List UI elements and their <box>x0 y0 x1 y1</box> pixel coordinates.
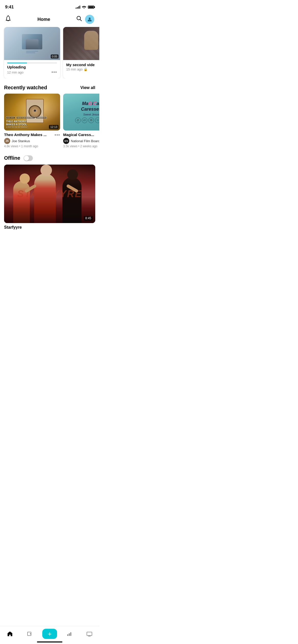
magical-author-row: NFB National Film Board <box>63 138 99 144</box>
theo-film-title: THEO ANTHONYMAKES A STOOL <box>6 120 47 126</box>
award-winner: WINNER <box>88 118 94 123</box>
lock-icon: 🔒 <box>84 67 88 71</box>
theo-badge-docnyc: DOC NYC <box>6 116 15 119</box>
joe-avatar: JS <box>4 138 10 144</box>
theo-film-subtitle: a short film by Joe Stankus <box>6 126 47 128</box>
my-videos-scroll: 0:05 Uploading 12 min ago ••• My second … <box>0 27 99 79</box>
recently-watched-title: Recently watched <box>4 85 47 91</box>
offline-toggle-knob <box>24 156 29 161</box>
video-card-info-uploading: Uploading 12 min ago ••• <box>4 60 60 79</box>
video-time-ago-second: 15 min ago <box>66 67 83 71</box>
award-annecy: ANNEY <box>75 118 81 123</box>
status-time: 9:41 <box>5 5 14 10</box>
more-options-uploading[interactable]: ••• <box>51 70 57 75</box>
header-left <box>5 15 11 23</box>
theo-stats: 4.6k views • 1 month ago <box>4 144 47 148</box>
offline-video-title: Starfyyre <box>4 223 95 230</box>
recently-card-magical[interactable]: MaGiCalCaresses Sweet Jesus ANNEY SOMMET… <box>63 94 99 148</box>
svg-point-4 <box>89 19 89 19</box>
notification-icon[interactable] <box>5 15 11 23</box>
video-card-title-second: My second vide <box>66 63 99 67</box>
duration-theo: 12:13 <box>49 125 59 129</box>
theo-badge-iff: IFFBOSTON <box>36 116 47 119</box>
nfb-avatar: NFB <box>63 138 69 144</box>
status-bar: 9:41 <box>0 0 99 13</box>
video-time-ago-uploading: 12 min ago <box>7 70 23 74</box>
video-card-meta-uploading: 12 min ago ••• <box>7 70 57 75</box>
duration-badge-uploading: 0:05 <box>51 54 59 58</box>
theo-card-row: Theo Anthony Makes ... JS Joe Stankus 4.… <box>4 133 60 148</box>
video-card-title-uploading: Uploading <box>7 65 57 69</box>
magical-card-row: Magical Caress... NFB National Film Boar… <box>63 133 99 148</box>
header-right <box>76 15 94 24</box>
recently-card-theo[interactable]: DOC NYC NEW/ FILM NEXT FEST IFFBOSTON TH… <box>4 94 60 148</box>
svg-point-5 <box>90 19 91 19</box>
status-icons <box>76 5 94 9</box>
award-rockie: ROCKIE <box>95 118 99 123</box>
offline-title: Offline <box>4 155 20 161</box>
offline-thumb: STARFYYRE 8:45 <box>4 165 95 223</box>
offline-header: Offline <box>4 155 95 161</box>
search-icon[interactable] <box>76 16 82 23</box>
wifi-icon <box>82 5 86 9</box>
recently-watched-header: Recently watched View all <box>0 85 99 91</box>
svg-line-2 <box>80 20 82 21</box>
recently-thumb-magical: MaGiCalCaresses Sweet Jesus ANNEY SOMMET… <box>63 94 99 130</box>
offline-video-card[interactable]: STARFYYRE 8:45 <box>4 165 95 223</box>
view-all-link[interactable]: View all <box>80 85 95 90</box>
offline-toggle[interactable] <box>24 155 33 161</box>
app-header: Home <box>0 13 99 27</box>
theo-author-row: JS Joe Stankus <box>4 138 47 144</box>
signal-icon <box>76 6 80 9</box>
theo-author-name: Joe Stankus <box>12 139 30 143</box>
offline-duration: 8:45 <box>84 216 93 221</box>
svg-point-3 <box>89 18 91 20</box>
recently-thumb-theo: DOC NYC NEW/ FILM NEXT FEST IFFBOSTON TH… <box>4 94 60 130</box>
video-thumbnail-second <box>63 27 99 60</box>
theo-card-title: Theo Anthony Makes ... <box>4 133 47 137</box>
video-card-uploading[interactable]: 0:05 Uploading 12 min ago ••• <box>4 27 60 79</box>
magical-card-title: Magical Caress... <box>63 133 99 137</box>
award-sommets: SOMMETS <box>82 118 87 123</box>
video-card-info-second: My second vide 15 min ago 🔒 <box>63 60 99 75</box>
magical-subtitle-text: Sweet Jesus <box>83 113 99 116</box>
magical-awards: ANNEY SOMMETS WINNER ROCKIE LAANM <box>75 118 99 123</box>
theo-badge-film: NEW/ FILM NEXT FEST <box>16 116 35 119</box>
magical-stats: 3.5k views • 2 weeks ago <box>63 144 99 148</box>
more-options-theo[interactable]: ••• <box>55 133 60 138</box>
magical-title-text: MaGiCalCaresses <box>81 101 99 112</box>
header-title: Home <box>37 17 50 22</box>
video-thumbnail-uploading: 0:05 <box>4 27 60 60</box>
offline-section: Offline <box>0 155 99 230</box>
recently-watched-scroll: DOC NYC NEW/ FILM NEXT FEST IFFBOSTON TH… <box>0 94 99 148</box>
battery-icon <box>88 6 94 9</box>
video-card-second[interactable]: My second vide 15 min ago 🔒 <box>63 27 99 79</box>
video-card-meta-second: 15 min ago 🔒 <box>66 67 99 71</box>
avatar[interactable] <box>85 15 94 24</box>
magical-author-name: National Film Board <box>71 139 99 143</box>
